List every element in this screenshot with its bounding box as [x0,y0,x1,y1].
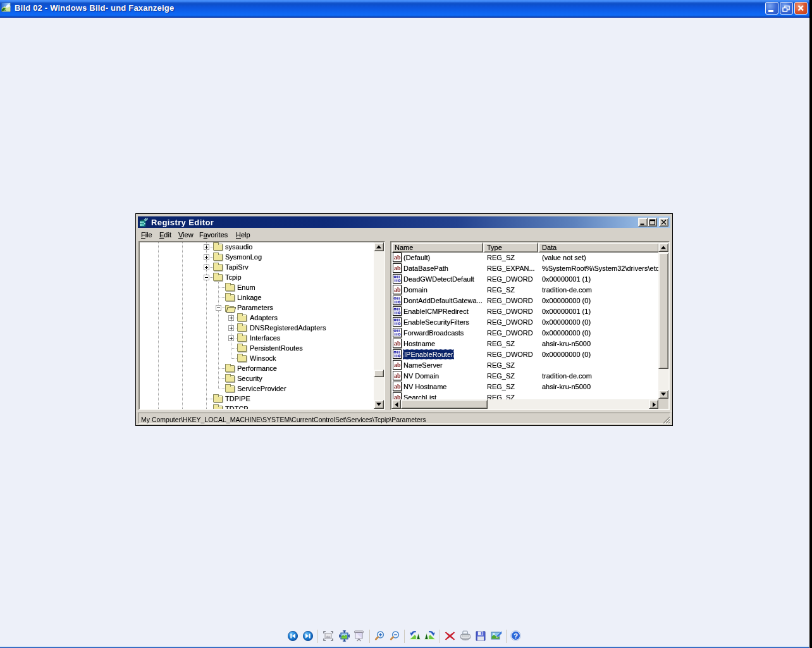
svg-text:?: ? [514,632,518,640]
